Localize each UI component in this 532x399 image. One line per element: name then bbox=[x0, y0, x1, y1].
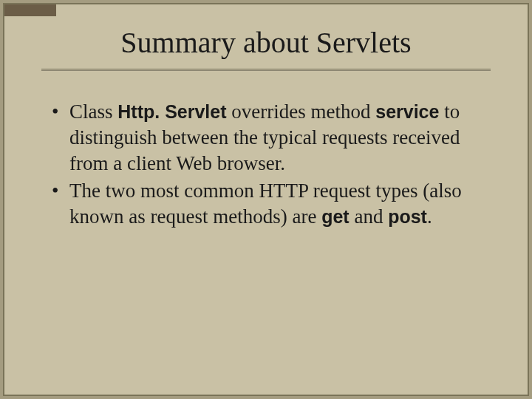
slide-content: Class Http. Servlet overrides method ser… bbox=[49, 99, 483, 230]
title-underline bbox=[41, 69, 491, 69]
bullet-item: The two most common HTTP request types (… bbox=[49, 178, 483, 230]
bold-term: get bbox=[321, 206, 349, 227]
bold-term: service bbox=[375, 101, 439, 122]
bold-term: post bbox=[388, 206, 427, 227]
bold-term: Http. Servlet bbox=[117, 101, 226, 122]
header-accent-bar bbox=[4, 4, 56, 16]
bullet-list: Class Http. Servlet overrides method ser… bbox=[49, 99, 483, 230]
slide-title: Summary about Servlets bbox=[4, 25, 528, 60]
bullet-item: Class Http. Servlet overrides method ser… bbox=[49, 99, 483, 177]
slide-frame: Summary about Servlets Class Http. Servl… bbox=[3, 3, 529, 396]
